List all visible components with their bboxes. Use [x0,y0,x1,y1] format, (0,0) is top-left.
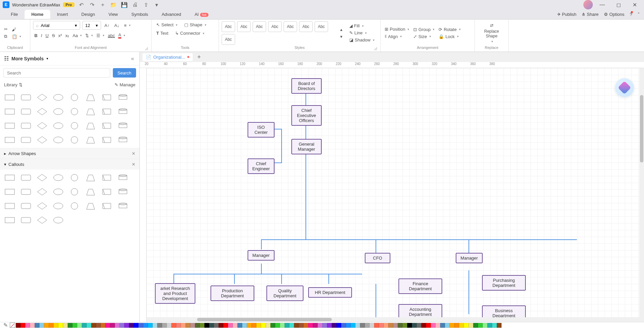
highlight-button[interactable]: abc [106,32,116,39]
fill-button[interactable]: ◢Fill [348,23,376,29]
color-swatch[interactable] [21,323,25,328]
shape-tool[interactable]: ▢Shape [182,21,208,29]
scroll-thumb[interactable] [197,318,332,321]
tab-advanced[interactable]: Advanced [155,10,188,19]
library-label[interactable]: Library [4,82,18,87]
color-swatch[interactable] [421,323,426,328]
shape-item[interactable] [67,172,82,184]
style-swatch-1[interactable]: Abc [222,21,235,32]
underline-button[interactable]: U [44,32,50,39]
color-swatch[interactable] [120,323,124,328]
node-prod[interactable]: Production Department [211,286,254,301]
color-swatch[interactable] [351,323,355,328]
color-swatch[interactable] [478,323,483,328]
shape-item[interactable] [19,172,33,184]
shape-item[interactable] [35,172,49,184]
close-section-button[interactable]: ✕ [132,151,135,156]
color-swatch[interactable] [148,323,153,328]
color-swatch[interactable] [299,323,303,328]
publish-button[interactable]: ✈Publish [557,12,577,17]
shape-item[interactable] [51,91,65,103]
color-swatch[interactable] [25,323,30,328]
color-swatch[interactable] [487,323,492,328]
style-swatch-7[interactable]: Abc [315,21,328,32]
color-swatch[interactable] [30,323,35,328]
shape-item[interactable] [51,120,65,132]
color-swatch[interactable] [58,323,63,328]
node-market[interactable]: arket Research and Product Development [155,283,195,304]
color-swatch[interactable] [285,323,289,328]
shape-item[interactable] [3,134,17,146]
color-swatch[interactable] [450,323,454,328]
color-swatch[interactable] [44,323,49,328]
color-swatch[interactable] [96,323,101,328]
font-launcher[interactable]: ◿ [145,47,148,50]
shape-item[interactable] [84,186,98,198]
canvas-viewport[interactable]: Board of Directors Chief Executive Offic… [140,68,644,322]
shape-item[interactable] [35,214,49,226]
color-swatch[interactable] [72,323,77,328]
shape-item[interactable] [3,200,17,212]
color-swatch[interactable] [492,323,497,328]
shape-item[interactable] [100,186,114,198]
select-tool[interactable]: ↖Select [154,21,180,29]
color-swatch[interactable] [214,323,219,328]
color-swatch[interactable] [426,323,431,328]
color-picker-button[interactable]: ✎ [1,322,10,328]
tab-insert[interactable]: Insert [50,10,75,19]
horizontal-scrollbar[interactable] [147,317,644,322]
shape-item[interactable] [51,172,65,184]
minimize-button[interactable]: — [595,0,609,9]
color-swatch[interactable] [341,323,346,328]
align-button[interactable]: ⫴Align [383,33,411,40]
color-swatch[interactable] [398,323,402,328]
export-button[interactable]: ⇪ [142,1,150,9]
color-swatch[interactable] [454,323,459,328]
color-swatch[interactable] [77,323,82,328]
shape-item[interactable] [35,134,49,146]
shape-item[interactable] [3,120,17,132]
color-swatch[interactable] [289,323,294,328]
color-swatch[interactable] [365,323,369,328]
color-swatch[interactable] [162,323,167,328]
color-swatch[interactable] [110,323,115,328]
shape-item[interactable] [84,120,98,132]
align-text-button[interactable]: ≡ [123,22,132,29]
color-swatch[interactable] [63,323,68,328]
shape-item[interactable] [19,106,33,118]
tab-file[interactable]: File [4,10,25,19]
color-swatch[interactable] [237,323,242,328]
color-swatch[interactable] [374,323,379,328]
color-swatch[interactable] [402,323,407,328]
size-button[interactable]: ⤢Size [412,33,436,40]
color-swatch[interactable] [171,323,176,328]
color-swatch[interactable] [318,323,322,328]
shape-item[interactable] [67,200,82,212]
color-swatch[interactable] [445,323,450,328]
color-swatch[interactable] [327,323,332,328]
italic-button[interactable]: I [39,32,43,39]
shape-item[interactable] [116,172,130,184]
font-color-button[interactable]: A [117,32,127,39]
rotate-button[interactable]: ⟳Rotate [437,26,462,33]
node-eng[interactable]: Chief Engineer [248,158,275,174]
shape-item[interactable] [19,186,33,198]
shape-item[interactable] [51,214,65,226]
color-swatch[interactable] [68,323,72,328]
color-swatch[interactable] [322,323,327,328]
shape-item[interactable] [51,186,65,198]
shape-item[interactable] [35,91,49,103]
shape-item[interactable] [3,172,17,184]
maximize-button[interactable]: ◻ [612,0,625,9]
color-swatch[interactable] [186,323,190,328]
line-spacing-button[interactable]: ⇅ [84,32,94,39]
tab-ai[interactable]: AIhot [188,10,215,19]
close-section-button[interactable]: ✕ [132,162,135,167]
color-swatch[interactable] [16,323,21,328]
node-iso[interactable]: ISO Center [248,122,275,138]
color-swatch[interactable] [369,323,374,328]
shape-item[interactable] [3,106,17,118]
redo-button[interactable]: ↷ [88,1,96,9]
node-ceo[interactable]: Chief Executive Officers [291,105,322,126]
document-tab[interactable]: 📄 Organizational... [142,53,193,61]
